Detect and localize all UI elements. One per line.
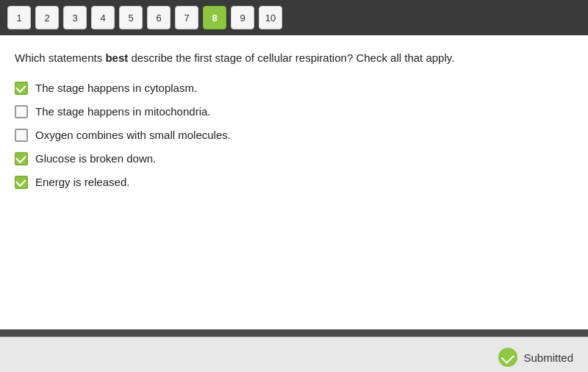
nav-button-3[interactable]: 3 <box>63 6 87 29</box>
option-checkbox-2[interactable] <box>15 105 28 118</box>
nav-button-8[interactable]: 8 <box>203 6 226 29</box>
option-label-1: The stage happens in cytoplasm. <box>35 82 197 94</box>
nav-button-6[interactable]: 6 <box>147 6 171 29</box>
option-label-5: Energy is released. <box>35 176 129 188</box>
option-item-3: Oxygen combines with small molecules. <box>15 129 573 142</box>
footer: Submitted <box>0 337 588 372</box>
nav-button-10[interactable]: 10 <box>259 6 282 29</box>
option-item-4: Glucose is broken down. <box>15 152 573 165</box>
submitted-badge: Submitted <box>498 348 573 367</box>
question-text: Which statements best describe the first… <box>15 50 573 67</box>
option-item-2: The stage happens in mitochondria. <box>15 105 573 118</box>
option-checkbox-3[interactable] <box>15 129 28 142</box>
main-content: Which statements best describe the first… <box>0 35 588 329</box>
nav-button-7[interactable]: 7 <box>175 6 198 29</box>
question-text-suffix: describe the first stage of cellular res… <box>128 51 454 64</box>
option-item-1: The stage happens in cytoplasm. <box>15 82 573 95</box>
option-checkbox-1[interactable] <box>15 82 28 95</box>
question-text-bold: best <box>105 51 128 64</box>
nav-button-5[interactable]: 5 <box>119 6 143 29</box>
option-label-4: Glucose is broken down. <box>35 152 156 165</box>
question-nav: 12345678910 <box>0 0 588 35</box>
nav-button-1[interactable]: 1 <box>7 6 31 29</box>
option-checkbox-4[interactable] <box>15 152 28 165</box>
nav-button-2[interactable]: 2 <box>35 6 59 29</box>
submitted-label: Submitted <box>523 351 573 364</box>
nav-button-4[interactable]: 4 <box>91 6 115 29</box>
submitted-check-icon <box>498 348 517 367</box>
spacer <box>0 329 588 337</box>
option-checkbox-5[interactable] <box>15 176 28 189</box>
question-text-prefix: Which statements <box>15 51 105 64</box>
option-item-5: Energy is released. <box>15 176 573 189</box>
option-label-3: Oxygen combines with small molecules. <box>35 129 231 141</box>
options-list: The stage happens in cytoplasm.The stage… <box>15 82 573 189</box>
nav-button-9[interactable]: 9 <box>231 6 254 29</box>
option-label-2: The stage happens in mitochondria. <box>35 105 210 118</box>
